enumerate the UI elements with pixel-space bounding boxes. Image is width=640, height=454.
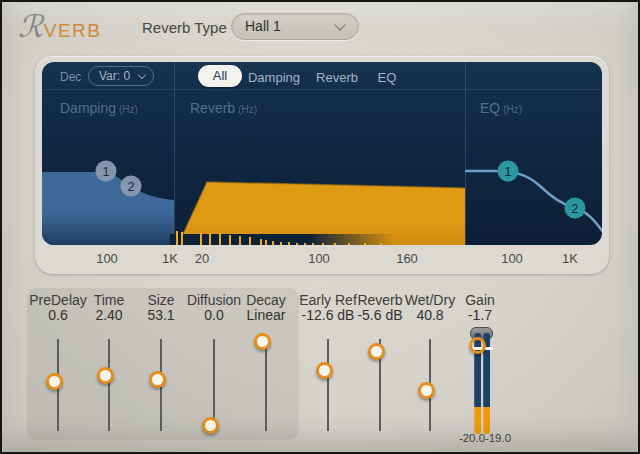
time-track[interactable] — [108, 339, 110, 431]
gain-meter-readout-right: -19.0 — [476, 432, 520, 444]
eq-marker-2[interactable]: 2 — [565, 198, 586, 219]
damping-marker-2[interactable]: 2 — [121, 176, 142, 197]
decay-track[interactable] — [265, 339, 267, 431]
diffusion-knob[interactable] — [202, 417, 219, 434]
chevron-down-icon — [334, 19, 345, 30]
svg-text:1: 1 — [103, 165, 110, 179]
time-knob[interactable] — [97, 367, 114, 384]
graph-display: Dec Var: 0 All Damping Reverb EQ Damping… — [42, 62, 602, 245]
reverb-tick-20: 20 — [195, 251, 209, 266]
size-knob[interactable] — [149, 371, 166, 388]
gain-value[interactable]: -1.7 — [435, 307, 525, 323]
graph-panel: Dec Var: 0 All Damping Reverb EQ Damping… — [35, 56, 609, 274]
svg-text:2: 2 — [572, 202, 579, 216]
wet-dry-knob[interactable] — [418, 382, 435, 399]
eq-marker-1[interactable]: 1 — [498, 161, 519, 182]
damping-tick-100: 100 — [96, 251, 118, 266]
damping-marker-1[interactable]: 1 — [96, 161, 117, 182]
rverb-plugin-window: ℛVERB Reverb Type Hall 1 Dec Var: 0 All … — [0, 0, 640, 454]
damping-tick-1k: 1K — [162, 251, 178, 266]
early-ref-track[interactable] — [327, 339, 329, 431]
logo-verb-text: VERB — [44, 20, 102, 41]
damping-curve-fill — [42, 172, 174, 245]
reverb-level-knob[interactable] — [368, 343, 385, 360]
predelay-knob[interactable] — [46, 373, 63, 390]
eq-tick-100: 100 — [501, 251, 523, 266]
gain-knob[interactable] — [469, 337, 486, 354]
early-ref-knob[interactable] — [316, 362, 333, 379]
svg-text:2: 2 — [128, 180, 135, 194]
gain-label: Gain — [435, 292, 525, 308]
logo-script-r: ℛ — [18, 8, 43, 44]
reverb-type-value: Hall 1 — [245, 18, 281, 34]
rverb-logo: ℛVERB — [18, 8, 101, 44]
eq-tick-1k: 1K — [562, 251, 578, 266]
graph-curves: 1 2 1 2 — [42, 62, 602, 245]
svg-text:1: 1 — [505, 165, 512, 179]
reverb-type-label: Reverb Type — [142, 19, 227, 36]
reverb-type-dropdown[interactable]: Hall 1 — [231, 13, 359, 40]
decay-knob[interactable] — [254, 333, 271, 350]
reverb-tick-160: 160 — [396, 251, 418, 266]
reverb-tick-100: 100 — [308, 251, 330, 266]
